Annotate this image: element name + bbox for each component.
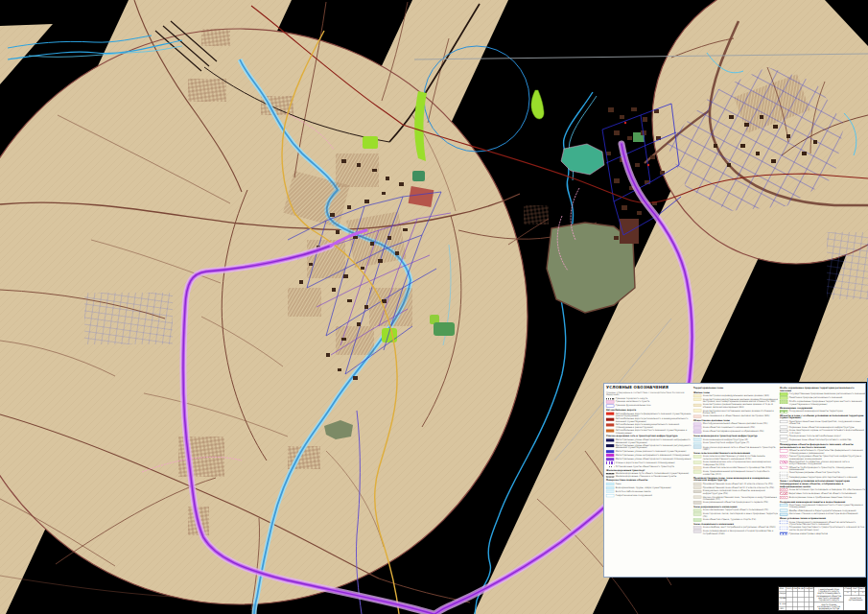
- legend-swatch-payel2: [693, 404, 701, 407]
- legend-row: Зона смешанной и общественно-деловой зас…: [693, 414, 779, 417]
- legend-item-label: Реконструируемые объекты транспортной ин…: [789, 455, 865, 460]
- legend-item-label: Границы кадастровых кварталов: [789, 531, 865, 534]
- legend-item-label: Охранные зоны объектов электросетевого х…: [789, 439, 865, 442]
- legend-item-label: Автомобильные дороги регионального и меж…: [616, 417, 692, 422]
- legend-swatch-pagry: [693, 496, 701, 499]
- legend-item-label: Насосные станции и напорные коллекторы в…: [789, 513, 865, 516]
- legend-item-label: Сооружения инженерной защиты территории: [789, 410, 865, 413]
- legend-item-label: Дамбы обвалования и берегоукрепительные …: [789, 509, 865, 512]
- legend-row: Очистные сооружения поверхностного стока…: [780, 504, 865, 508]
- legend-row: Зона объектов отдыха, туризма и спорта (…: [693, 518, 779, 521]
- legend-row: Гидротехнические сооружения: [606, 494, 692, 497]
- legend-item-label: Водохранилища, пруды, озёра (существующи…: [616, 486, 692, 489]
- legend-item-label: Зоны затопления при половодьях и паводка…: [789, 488, 865, 491]
- legend-item-label: Граница функциональных зон: [616, 404, 692, 407]
- legend-item-label: Площадки перспективного градостроительно…: [789, 527, 865, 531]
- legend-row: Автомобильные дороги федерального значен…: [606, 413, 692, 417]
- legend-section-header: Особо охраняемые природные территории ре…: [780, 387, 865, 391]
- legend-item-label: Магистральные улицы общегородского значе…: [616, 444, 692, 449]
- legend-swatch-red1: [606, 413, 614, 415]
- legend-item-label: Особо охраняемые природные территории ме…: [789, 400, 865, 405]
- legend-row: Зона объектов здравоохранения и образова…: [693, 430, 779, 433]
- legend-row: Научно-производственная зона, технопарки…: [693, 495, 779, 500]
- legend-item-label: Зона застройки индивидуальными жилыми до…: [702, 394, 778, 397]
- legend-swatch-navy: [606, 438, 614, 441]
- legend-item-label: Зона, предназначенная для ведения личног…: [702, 470, 778, 475]
- legend-row: Магистральные улицы районного значения (…: [606, 450, 692, 453]
- legend-section-header: Планируемые объекты федерального значени…: [780, 443, 865, 448]
- legend-row: Зона складирования и захоронения отходов…: [693, 530, 779, 534]
- legend-swatch-orange: [606, 429, 614, 432]
- legend-item-label: Остановочные пункты общественного трансп…: [616, 465, 692, 468]
- legend-item-label: Зона улично-дорожной сети и объектов вне…: [702, 445, 778, 450]
- legend-item-label: Автомобильные дороги межмуниципального з…: [616, 423, 692, 428]
- legend-swatch-pacy: [693, 442, 701, 445]
- legend-row: Зона, предназначенная для ведения личног…: [693, 470, 779, 475]
- legend-swatch-rail: [606, 473, 614, 474]
- legend-row: Охранные зоны объектов электросетевого х…: [780, 439, 865, 442]
- legend-swatch-rbox: [780, 496, 787, 499]
- legend-swatch-wbox: [780, 426, 787, 429]
- legend-panel: УСЛОВНЫЕ ОБОЗНАЧЕНИЯ Границы (утверждены…: [603, 383, 866, 578]
- legend-column-2: Территориальные зоныЖилые зоныЗона застр…: [692, 384, 779, 577]
- legend-row: Зона сельскохозяйственных угодий в соста…: [693, 455, 779, 460]
- legend-row: Водоохранные зоны и прибрежные защитные …: [780, 496, 865, 499]
- legend-item-label: Автомобильные дороги местного значения (…: [616, 429, 692, 434]
- legend-swatch-cyan: [606, 483, 614, 485]
- legend-row: Зона садоводческих или огороднических не…: [693, 460, 779, 465]
- legend-item-label: Береговые полосы водных объектов общего …: [789, 492, 865, 495]
- legend-swatch-grn1: [780, 392, 787, 395]
- legend-item-label: Реки: [616, 483, 692, 485]
- legend-swatch-wbox: [780, 420, 787, 423]
- legend-item-label: Магистральные улицы непрерывного движени…: [616, 454, 692, 457]
- legend-swatch-payel: [693, 410, 701, 413]
- legend-row: Магистральные улицы общегородского значе…: [606, 458, 692, 460]
- legend-swatch-payel2: [693, 466, 701, 469]
- legend-item-label: Зона застройки среднеэтажными жилыми дом…: [702, 404, 778, 409]
- legend-item-label: Железнодорожные станции и остановочные п…: [616, 475, 692, 478]
- legend-item-label: Болота и заболоченные земли: [616, 490, 692, 493]
- legend-item-label: Граница населённого пункта: [616, 400, 692, 403]
- legend-item-label: Зона озеленённых территорий общего польз…: [702, 508, 778, 511]
- legend-swatch-wbox2: [780, 430, 787, 433]
- legend-item-label: Магистральные улицы районного значения (…: [616, 450, 692, 453]
- legend-item-label: Зона смешанной и общественно-деловой зас…: [702, 414, 778, 417]
- legend-swatch-navy2: [606, 444, 614, 447]
- legend-item-label: Научно-производственная зона, технопарки…: [702, 495, 778, 500]
- legend-item-label: Зона транспортной инфраструктуры (Т): [702, 441, 778, 444]
- legend-swatch-red3: [606, 423, 614, 426]
- legend-item-label: Объекты трубопроводного транспорта, план…: [789, 466, 865, 471]
- legend-row: Реконструируемые объекты транспортной ин…: [780, 455, 865, 460]
- legend-swatch-lav: [693, 423, 701, 426]
- legend-section-header: Производственные зоны, зоны инженерной и…: [693, 477, 779, 482]
- legend-row: Зона городских лесов, лесопарков и иных …: [693, 512, 779, 517]
- legend-swatch-pagry: [693, 483, 701, 485]
- legend-row: Насосные станции и напорные коллекторы в…: [780, 513, 865, 516]
- legend-row: Автомобильные дороги местного значения (…: [606, 429, 692, 434]
- legend-row: Санитарные разрывы объектов транспорта: [780, 472, 865, 475]
- legend-item-label: Государственные природные заказники реги…: [789, 392, 865, 395]
- legend-swatch-bgrid: [780, 532, 787, 535]
- legend-item-label: Зоны санитарной охраны источников питьев…: [789, 430, 865, 435]
- legend-item-label: Объекты капитального строительства федер…: [789, 449, 865, 454]
- legend-swatch-papnk: [693, 415, 701, 418]
- legend-row: Водохранилища, пруды, озёра (существующи…: [606, 486, 692, 489]
- legend-subtitle: Границы (утверждены в соответствии с зак…: [606, 391, 692, 396]
- legend-row: Коммунально-складская зона и объекты инж…: [693, 490, 779, 495]
- legend-item-label: Санитарные разрывы объектов транспорта: [789, 472, 865, 475]
- legend-swatch-pnk1: [780, 449, 787, 452]
- legend-swatch-cybox: [780, 504, 787, 507]
- legend-row: Железнодорожные станции и остановочные п…: [606, 475, 692, 478]
- legend-swatch-rail2: [606, 476, 614, 477]
- legend-swatch-paspec: [693, 531, 701, 533]
- legend-item-label: Коммунально-складская зона и объекты инж…: [702, 490, 778, 495]
- legend-swatch-cyan: [606, 486, 614, 489]
- map-canvas: УСЛОВНЫЕ ОБОЗНАЧЕНИЯ Границы (утверждены…: [0, 0, 868, 614]
- legend-swatch-pnkh: [780, 466, 787, 469]
- legend-swatch-cybox: [780, 509, 787, 512]
- legend-row: Особо охраняемые природные территории ме…: [780, 400, 865, 405]
- legend-item-label: Многофункциональная общественно-деловая …: [702, 422, 778, 425]
- legend-item-label: Зона застройки многоэтажными жилыми дома…: [702, 410, 778, 414]
- legend-item-label: Зоны планируемого размещения объектов ка…: [789, 521, 865, 526]
- legend-swatch-pagr2: [693, 509, 701, 512]
